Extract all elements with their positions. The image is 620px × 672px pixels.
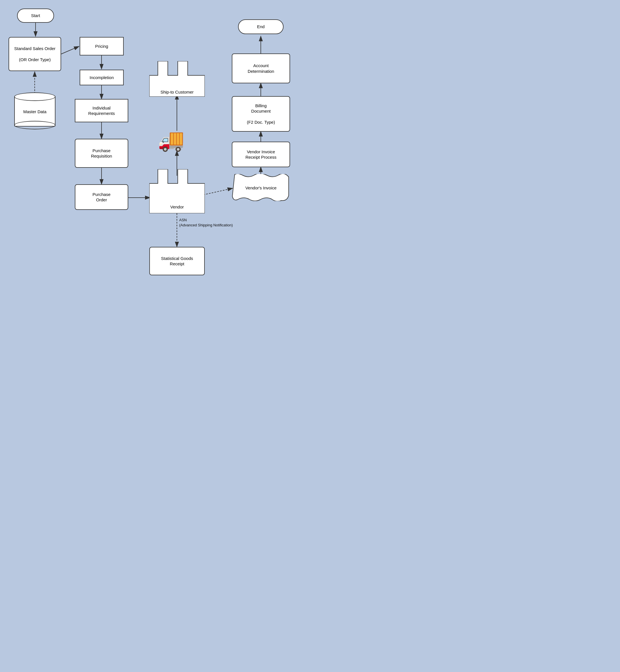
start-label: Start [31, 13, 40, 18]
individual-requirements-node: IndividualRequirements [75, 99, 128, 122]
master-data-node: Master Data [14, 92, 55, 130]
end-label: End [257, 24, 265, 30]
vendors-invoice-node: Vendor's Invoice [232, 174, 290, 201]
billing-document-node: BillingDocument(F2 Doc. Type) [232, 96, 290, 132]
purchase-requisition-label: PurchaseRequisition [91, 148, 112, 159]
purchase-requisition-node: PurchaseRequisition [75, 139, 128, 168]
pricing-node: Pricing [80, 37, 124, 55]
vendor-invoice-receipt-label: Vendor InvoiceReceipt Process [246, 149, 276, 160]
standard-sales-order-node: Standard Sales Order(OR Order Type) [8, 37, 61, 71]
pricing-label: Pricing [95, 44, 108, 49]
vendor-label: Vendor [149, 204, 205, 209]
ship-to-customer-label: Ship-to Customer [149, 90, 205, 94]
end-node: End [238, 19, 283, 34]
flow-diagram: Start Standard Sales Order(OR Order Type… [0, 0, 310, 336]
purchase-order-label: PurchaseOrder [93, 192, 110, 203]
purchase-order-node: PurchaseOrder [75, 184, 128, 210]
asn-label: ASN(Advanced Shipping Notification) [179, 217, 233, 228]
incompletion-node: Incompletion [80, 70, 124, 85]
truck-icon: 🚚 [158, 130, 185, 151]
svg-line-3 [61, 46, 79, 54]
vendors-invoice-label: Vendor's Invoice [246, 185, 277, 190]
vendor-node: Vendor [149, 169, 205, 214]
statistical-goods-receipt-label: Statistical GoodsReceipt [161, 256, 193, 267]
ship-to-customer-node: Ship-to Customer [149, 61, 205, 98]
account-determination-node: AccountDetermination [232, 53, 290, 83]
start-node: Start [17, 8, 54, 23]
billing-document-label: BillingDocument(F2 Doc. Type) [247, 103, 275, 125]
vendor-invoice-receipt-node: Vendor InvoiceReceipt Process [232, 142, 290, 167]
standard-sales-order-label: Standard Sales Order(OR Order Type) [14, 46, 55, 62]
individual-requirements-label: IndividualRequirements [88, 105, 115, 116]
master-data-label: Master Data [23, 109, 47, 114]
svg-line-13 [203, 188, 232, 195]
incompletion-label: Incompletion [90, 75, 114, 81]
account-determination-label: AccountDetermination [248, 63, 274, 74]
statistical-goods-receipt-node: Statistical GoodsReceipt [149, 247, 205, 275]
